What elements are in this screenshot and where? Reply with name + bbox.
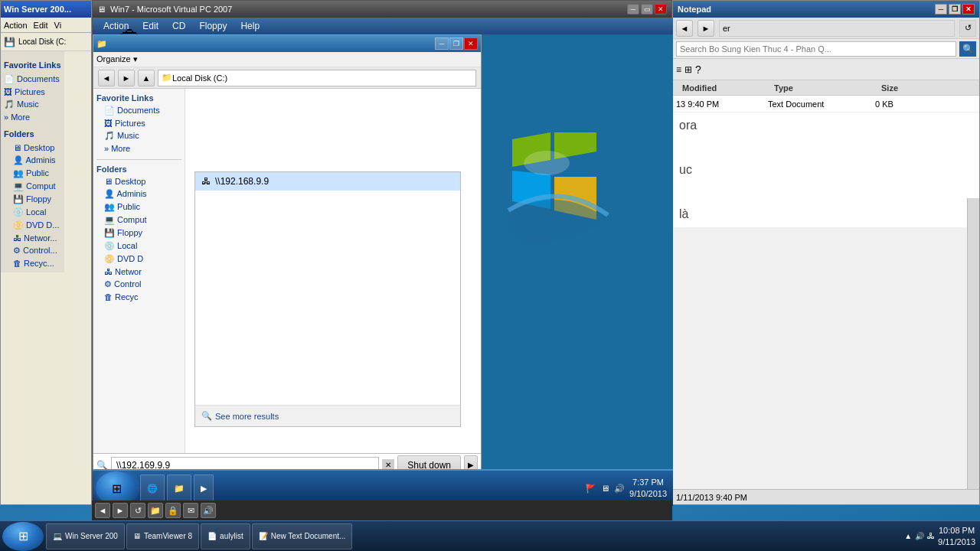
nav-pics[interactable]: 🖼 Pictures [96, 117, 181, 129]
tool-back[interactable]: ◄ [95, 503, 110, 518]
notepad-toolbar: ◄ ► er ↺ [673, 18, 979, 39]
notepad-titlebar-btns: ─ ❐ ✕ [935, 4, 975, 15]
nav-folder-recycle[interactable]: 🗑 Recyc [96, 291, 181, 303]
list-view-icon: ≡ [676, 64, 681, 75]
help-icon: ? [695, 64, 701, 76]
nav-comput[interactable]: 💻 Comput [4, 180, 61, 193]
vpc-restore-btn[interactable]: ▭ [641, 4, 653, 15]
exp-forward-btn[interactable]: ► [118, 70, 135, 86]
vpc-volume-icon: 🔊 [614, 484, 625, 494]
host-item-winserver[interactable]: 💻 Win Server 200 [46, 523, 125, 549]
nav-folder-control[interactable]: ⚙ Control [96, 278, 181, 291]
notepad-text-area: ora uc là [673, 112, 979, 227]
host-item-newtext[interactable]: 📝 New Text Document... [252, 523, 353, 549]
menu-edit[interactable]: Edit [34, 21, 48, 30]
notepad-search-btn[interactable]: 🔍 [959, 41, 976, 57]
explorer-close-btn[interactable]: ✕ [464, 37, 478, 50]
text-line-2: uc [679, 163, 973, 177]
vpc-taskbar-folder[interactable]: 📁 [167, 474, 191, 502]
nav-recycle[interactable]: 🗑 Recyc... [4, 257, 61, 269]
notepad-forward-btn[interactable]: ► [697, 20, 714, 37]
nav-folder-desktop[interactable]: 🖥 Desktop [96, 175, 181, 187]
nav-folder-comput[interactable]: 💻 Comput [96, 214, 181, 227]
nav-docs[interactable]: 📄 Documents [96, 104, 181, 117]
explorer-restore-btn[interactable]: ❐ [449, 37, 463, 50]
tool-forward[interactable]: ► [113, 503, 128, 518]
nav-more-link[interactable]: » More [96, 142, 181, 155]
text-line-3: là [679, 207, 973, 221]
host-tray-arrow[interactable]: ▲ [904, 532, 912, 540]
host-network-icon[interactable]: 🖧 [927, 532, 935, 540]
col-modified: Modified [676, 83, 768, 93]
notepad-restore-btn[interactable]: ❐ [949, 4, 961, 15]
menu-view[interactable]: Vi [54, 21, 62, 30]
notepad-minimize-btn[interactable]: ─ [935, 4, 947, 15]
notepad-close-btn[interactable]: ✕ [962, 4, 975, 15]
nav-folder-local[interactable]: 💿 Local [96, 240, 181, 253]
win-server-menubar[interactable]: Action Edit Vi [1, 18, 91, 33]
nav-music[interactable]: 🎵 Music [96, 129, 181, 142]
vpc-menu-floppy[interactable]: Floppy [193, 19, 233, 33]
vpc-menu-cd[interactable]: CD [166, 19, 191, 33]
explorer-toolbar: ◄ ► ▲ 📁 Local Disk (C:) [93, 67, 481, 89]
nav-folders-title: Folders [96, 163, 181, 175]
explorer-address-bar[interactable]: 📁 Local Disk (C:) [158, 70, 476, 86]
win-server-toolbar: 💾 Local Disk (C: [1, 33, 91, 51]
nav-more[interactable]: » More [4, 111, 61, 123]
svg-point-1 [524, 151, 570, 175]
tool-email[interactable]: ✉ [183, 503, 198, 518]
notepad-back-btn[interactable]: ◄ [676, 20, 693, 37]
host-speaker-icon[interactable]: 🔊 [915, 532, 924, 540]
host-item-teamviewer[interactable]: 🖥 TeamViewer 8 [126, 523, 199, 549]
host-start-button[interactable]: ⊞ [2, 522, 44, 551]
tool-lock[interactable]: 🔒 [165, 503, 181, 518]
vpc-icon: 🖥 [97, 5, 106, 14]
search-result-item[interactable]: 🖧 \\192.168.9.9 [195, 172, 460, 191]
tool-folder[interactable]: 📁 [148, 503, 163, 518]
notepad-file-row[interactable]: 13 9:40 PM Text Document 0 KB [673, 96, 979, 112]
nav-control[interactable]: ⚙ Control... [4, 244, 61, 257]
notepad-window: Notepad ─ ❐ ✕ ◄ ► er ↺ 🔍 ≡ ⊞ ? Modified [672, 0, 980, 505]
host-aulylist-icon: 📄 [207, 532, 217, 540]
nav-folder-adminis[interactable]: 👤 Adminis [96, 187, 181, 201]
nav-floppy[interactable]: 💾 Floppy [4, 193, 61, 206]
notepad-addressbar: 🔍 [673, 39, 979, 59]
vpc-menu-help[interactable]: Help [234, 19, 266, 33]
vpc-taskbar-ie[interactable]: 🌐 [140, 474, 165, 502]
nav-local[interactable]: 💿 Local [4, 206, 61, 219]
nav-desktop[interactable]: 🖥 Desktop [4, 142, 61, 154]
host-item-aulylist[interactable]: 📄 aulylist [201, 523, 250, 549]
nav-folder-floppy[interactable]: 💾 Floppy [96, 227, 181, 240]
nav-network[interactable]: 🖧 Networ... [4, 232, 61, 244]
menu-action[interactable]: Action [4, 21, 28, 30]
vpc-close-btn[interactable]: ✕ [655, 4, 667, 15]
nav-folder-network[interactable]: 🖧 Networ [96, 266, 181, 278]
exp-menu-organize[interactable]: Organize ▾ [96, 54, 138, 64]
notepad-view-toolbar: ≡ ⊞ ? [673, 59, 979, 80]
nav-music[interactable]: 🎵 Music [4, 98, 61, 111]
nav-pictures[interactable]: 🖼 Pictures [4, 86, 61, 98]
notepad-scrollbar-v[interactable] [967, 198, 979, 489]
address-text: Local Disk (C:) [172, 73, 227, 83]
explorer-minimize-btn[interactable]: ─ [435, 37, 449, 50]
host-date: 9/11/2013 [938, 536, 975, 547]
see-more-results[interactable]: 🔍 See more results [195, 405, 460, 426]
nav-folder-public[interactable]: 👥 Public [96, 201, 181, 214]
tool-refresh[interactable]: ↺ [130, 503, 145, 518]
nav-adminis[interactable]: 👤 Adminis [4, 154, 61, 167]
col-type: Type [768, 83, 875, 93]
host-clock[interactable]: 10:08 PM 9/11/2013 [938, 525, 975, 547]
vpc-minimize-btn[interactable]: ─ [627, 4, 639, 15]
vpc-taskbar-media[interactable]: ▶ [194, 474, 214, 502]
notepad-search-input[interactable] [676, 41, 956, 57]
nav-dvd[interactable]: 📀 DVD D... [4, 219, 61, 232]
nav-public[interactable]: 👥 Public [4, 167, 61, 180]
exp-back-btn[interactable]: ◄ [98, 70, 115, 86]
vpc-taskbar-items: 🌐 📁 ▶ [140, 474, 580, 502]
vpc-orb-icon: ⊞ [112, 481, 122, 496]
nav-documents[interactable]: 📄 Documents [4, 73, 61, 86]
exp-up-btn[interactable]: ▲ [138, 70, 155, 86]
tool-audio[interactable]: 🔊 [201, 503, 216, 518]
nav-folder-dvd[interactable]: 📀 DVD D [96, 253, 181, 266]
win-server-title: Win Server 200... [4, 5, 71, 14]
